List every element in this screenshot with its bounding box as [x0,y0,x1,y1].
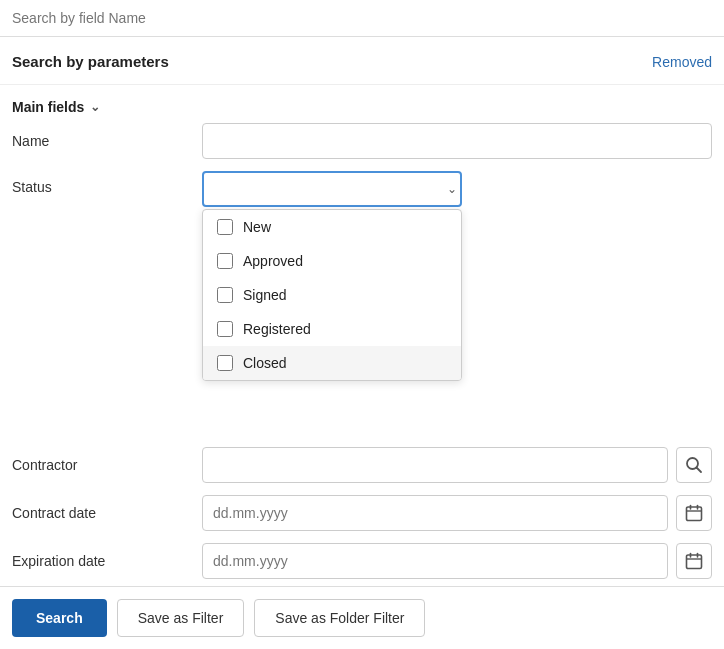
expiration-date-label: Expiration date [12,553,202,569]
removed-link[interactable]: Removed [652,54,712,70]
status-checkbox-registered[interactable] [217,321,233,337]
status-option-closed-label: Closed [243,355,287,371]
chevron-down-icon: ⌄ [90,100,100,114]
contract-date-input[interactable] [202,495,668,531]
status-option-registered[interactable]: Registered [203,312,461,346]
main-fields-label: Main fields [12,99,84,115]
name-field-row: Name [12,123,712,159]
main-fields-header[interactable]: Main fields ⌄ [12,85,712,123]
contract-date-wrapper [202,495,712,531]
search-by-field-input[interactable] [12,10,712,26]
status-checkbox-signed[interactable] [217,287,233,303]
calendar-icon [685,504,703,522]
status-option-registered-label: Registered [243,321,311,337]
status-option-signed[interactable]: Signed [203,278,461,312]
status-checkbox-closed[interactable] [217,355,233,371]
svg-rect-2 [687,507,702,521]
status-option-approved[interactable]: Approved [203,244,461,278]
status-option-new-label: New [243,219,271,235]
status-option-new[interactable]: New [203,210,461,244]
name-input[interactable] [202,123,712,159]
save-as-folder-filter-button[interactable]: Save as Folder Filter [254,599,425,637]
contractor-input[interactable] [202,447,668,483]
name-label: Name [12,133,202,149]
svg-rect-6 [687,555,702,569]
footer: Search Save as Filter Save as Folder Fil… [0,586,724,649]
page-title: Search by parameters [12,53,169,70]
expiration-date-wrapper [202,543,712,579]
status-option-approved-label: Approved [243,253,303,269]
status-dropdown-menu: New Approved Signed Registered [202,209,462,381]
status-field-row: Status ⌄ New Approved [12,171,712,207]
save-as-filter-button[interactable]: Save as Filter [117,599,245,637]
contractor-search-button[interactable] [676,447,712,483]
page-header: Search by parameters Removed [0,37,724,85]
magnifier-icon [685,456,703,474]
status-dropdown-wrapper: ⌄ New Approved Signed [202,171,462,207]
status-select[interactable] [202,171,462,207]
status-checkbox-approved[interactable] [217,253,233,269]
svg-line-1 [697,468,702,473]
expiration-date-input[interactable] [202,543,668,579]
contract-date-field-row: Contract date [12,495,712,531]
calendar-icon-2 [685,552,703,570]
status-label: Status [12,171,202,195]
expiration-date-field-row: Expiration date [12,543,712,579]
contractor-input-wrapper [202,447,712,483]
status-options-list: New Approved Signed Registered [203,210,461,380]
status-checkbox-new[interactable] [217,219,233,235]
main-fields-section: Main fields ⌄ Name Status ⌄ New [0,85,724,579]
contractor-field-row: Contractor [12,447,712,483]
contract-date-calendar-button[interactable] [676,495,712,531]
contract-date-label: Contract date [12,505,202,521]
expiration-date-calendar-button[interactable] [676,543,712,579]
status-option-signed-label: Signed [243,287,287,303]
search-bar-container [0,0,724,37]
status-option-closed[interactable]: Closed [203,346,461,380]
search-button[interactable]: Search [12,599,107,637]
contractor-label: Contractor [12,457,202,473]
